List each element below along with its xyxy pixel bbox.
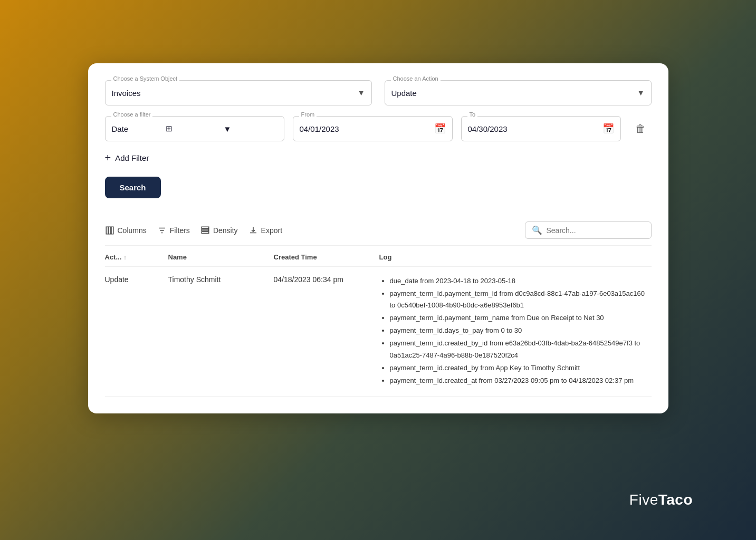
svg-rect-0 bbox=[106, 227, 108, 234]
table-row: Update Timothy Schmitt 04/18/2023 06:34 … bbox=[105, 267, 652, 397]
sort-arrow-icon[interactable]: ↑ bbox=[123, 254, 127, 261]
brand-taco: Taco bbox=[658, 491, 693, 508]
delete-filter-button[interactable]: 🗑 bbox=[629, 118, 652, 140]
to-date-field[interactable]: To 04/30/2023 📅 bbox=[461, 116, 621, 141]
system-object-arrow-icon: ▼ bbox=[358, 89, 365, 97]
log-item: payment_term_id.created_by from App Key … bbox=[390, 362, 652, 374]
cell-name: Timothy Schmitt bbox=[168, 275, 274, 284]
filters-label: Filters bbox=[170, 226, 190, 235]
brand-five: Five bbox=[629, 491, 658, 508]
action-select[interactable]: Update bbox=[391, 89, 637, 98]
table-search-box[interactable]: 🔍 bbox=[525, 221, 652, 239]
col-header-name: Name bbox=[168, 253, 274, 261]
filter-field[interactable]: Choose a filter Date ⊞ ▼ bbox=[105, 116, 284, 141]
search-icon: 🔍 bbox=[532, 225, 542, 235]
log-item: due_date from 2023-04-18 to 2023-05-18 bbox=[390, 275, 652, 287]
columns-button[interactable]: Columns bbox=[105, 226, 147, 235]
columns-label: Columns bbox=[118, 226, 147, 235]
log-item: payment_term_id.created_by_id from e63a2… bbox=[390, 338, 652, 361]
to-calendar-icon[interactable]: 📅 bbox=[602, 123, 614, 134]
density-label: Density bbox=[213, 226, 238, 235]
filter-label: Choose a filter bbox=[111, 111, 153, 118]
log-item: payment_term_id.days_to_pay from 0 to 30 bbox=[390, 325, 652, 336]
col-header-action: Act... ↑ bbox=[105, 253, 168, 261]
density-icon bbox=[200, 226, 210, 235]
svg-rect-1 bbox=[109, 227, 111, 234]
col-header-log: Log bbox=[379, 253, 652, 261]
system-object-label: Choose a System Object bbox=[111, 75, 180, 82]
col-action-label: Act... bbox=[105, 253, 122, 261]
svg-rect-2 bbox=[111, 227, 113, 234]
export-icon bbox=[248, 226, 258, 235]
density-button[interactable]: Density bbox=[200, 226, 238, 235]
log-item: payment_term_id.created_at from 03/27/20… bbox=[390, 375, 652, 387]
columns-icon bbox=[105, 226, 114, 235]
export-label: Export bbox=[261, 226, 282, 235]
col-name-label: Name bbox=[168, 253, 187, 261]
brand-logo: FiveTaco bbox=[629, 491, 693, 508]
cell-created-time: 04/18/2023 06:34 pm bbox=[274, 275, 379, 284]
to-date-input[interactable]: 04/30/2023 bbox=[468, 124, 602, 133]
search-button[interactable]: Search bbox=[105, 177, 161, 198]
system-object-field[interactable]: Choose a System Object Invoices ▼ bbox=[105, 80, 372, 105]
col-log-label: Log bbox=[379, 253, 392, 261]
col-created-time-label: Created Time bbox=[274, 253, 317, 261]
action-label: Choose an Action bbox=[391, 75, 441, 82]
log-item: payment_term_id.payment_term_id from d0c… bbox=[390, 288, 652, 311]
filters-icon bbox=[157, 226, 167, 235]
svg-rect-7 bbox=[202, 229, 209, 230]
export-button[interactable]: Export bbox=[248, 226, 282, 235]
from-date-field[interactable]: From 04/01/2023 📅 bbox=[293, 116, 453, 141]
filter-arrow-icon: ▼ bbox=[224, 124, 277, 133]
to-label: To bbox=[467, 111, 478, 118]
add-filter-button[interactable]: + Add Filter bbox=[105, 152, 652, 164]
filter-grid-icon: ⊞ bbox=[166, 124, 219, 133]
log-list: due_date from 2023-04-18 to 2023-05-18pa… bbox=[379, 275, 652, 387]
cell-action: Update bbox=[105, 275, 168, 284]
from-date-input[interactable]: 04/01/2023 bbox=[300, 124, 434, 133]
svg-rect-6 bbox=[202, 227, 209, 228]
action-field[interactable]: Choose an Action Update ▼ bbox=[385, 80, 652, 105]
table-search-input[interactable] bbox=[547, 226, 645, 235]
from-calendar-icon[interactable]: 📅 bbox=[434, 123, 446, 134]
action-arrow-icon: ▼ bbox=[637, 89, 645, 97]
system-object-select[interactable]: Invoices bbox=[112, 89, 358, 98]
from-label: From bbox=[299, 111, 317, 118]
log-item: payment_term_id.payment_term_name from D… bbox=[390, 312, 652, 324]
col-header-created-time: Created Time bbox=[274, 253, 379, 261]
plus-icon: + bbox=[105, 152, 111, 164]
svg-rect-8 bbox=[202, 232, 209, 233]
add-filter-label: Add Filter bbox=[115, 153, 149, 162]
cell-log: due_date from 2023-04-18 to 2023-05-18pa… bbox=[379, 275, 652, 388]
filter-value: Date bbox=[112, 124, 166, 133]
filters-button[interactable]: Filters bbox=[157, 226, 190, 235]
